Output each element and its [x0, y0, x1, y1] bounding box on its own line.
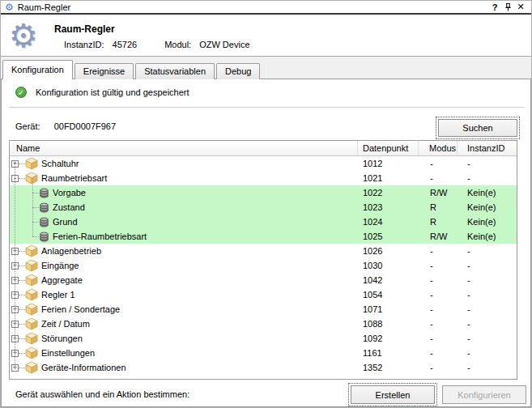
row-datenpunkt: 1352 — [358, 360, 419, 375]
tab-debug[interactable]: Debug — [216, 63, 260, 79]
row-label: Anlagenbetrieb — [41, 246, 101, 256]
header-divider — [1, 56, 531, 57]
row-instanzid: - — [458, 317, 517, 331]
row-modus: - — [419, 360, 458, 375]
column-header-instanzid[interactable]: InstanzID — [458, 141, 517, 155]
package-icon — [25, 346, 38, 359]
create-button[interactable]: Erstellen — [351, 385, 435, 404]
search-button[interactable]: Suchen — [438, 119, 517, 137]
tab-konfiguration[interactable]: Konfiguration — [2, 60, 73, 79]
tree-connector — [19, 295, 25, 295]
row-label: Einstellungen — [41, 348, 95, 358]
row-label: Aggregate — [41, 275, 83, 285]
tab-ereignisse[interactable]: Ereignisse — [74, 63, 134, 79]
row-datenpunkt: 1023 — [358, 200, 419, 215]
row-label: Zustand — [53, 202, 85, 212]
row-instanzid: - — [458, 244, 517, 258]
row-instanzid: - — [458, 258, 517, 273]
table-row[interactable]: +Regler 11054-- — [10, 287, 517, 302]
package-icon — [25, 288, 38, 301]
table-row[interactable]: Vorgabe1022R/WKein(e) — [10, 185, 517, 200]
table-row[interactable]: +Aggregate1042-- — [10, 273, 517, 287]
tree-connector — [19, 164, 25, 164]
column-header-modus[interactable]: Modus — [419, 141, 458, 155]
row-instanzid: - — [458, 302, 517, 317]
table-row[interactable]: +Geräte-Informationen1352-- — [10, 360, 517, 375]
row-label: Störungen — [41, 334, 83, 343]
check-circle-icon: ✓ — [15, 87, 27, 98]
device-gear-icon: ⚙ — [9, 18, 38, 53]
package-icon — [25, 259, 38, 272]
row-modus: - — [419, 331, 458, 346]
row-label: Raumbetriebsart — [41, 173, 107, 183]
package-icon — [25, 244, 38, 257]
window-title: Raum-Regler — [18, 2, 70, 12]
datapoint-icon — [39, 188, 49, 198]
table-header[interactable]: NameDatenpunktModusInstanzID — [10, 141, 517, 156]
row-modus: - — [419, 273, 458, 287]
pin-button[interactable] — [501, 2, 514, 13]
row-label: Schaltuhr — [41, 159, 79, 168]
table-row[interactable]: +Einstellungen1161-- — [10, 346, 517, 360]
page-title: Raum-Regler — [54, 23, 115, 35]
instanzid-value: 45726 — [113, 40, 138, 49]
row-label: Geräte-Informationen — [41, 363, 126, 372]
raum-regler-window: ⚙ Raum-Regler ? ✕ ⚙ Raum-Regler InstanzI… — [0, 0, 532, 408]
status-row: ✓ Konfiguration ist gültig und gespeiche… — [15, 87, 189, 98]
device-label: Gerät: — [15, 121, 40, 131]
table-row[interactable]: +Störungen1092-- — [10, 331, 517, 346]
row-label: Vorgabe — [53, 188, 86, 198]
tree-connector — [19, 338, 25, 339]
title-bar[interactable]: ⚙ Raum-Regler ? ✕ — [1, 1, 531, 15]
row-modus: R — [419, 200, 458, 215]
tree-connector — [19, 324, 25, 325]
row-datenpunkt: 1161 — [358, 346, 419, 360]
table-row[interactable]: Grund1024RKein(e) — [10, 215, 517, 229]
row-label: Grund — [53, 217, 78, 227]
table-row[interactable]: +Anlagenbetrieb1026-- — [10, 244, 517, 258]
configure-button[interactable]: Konfigurieren — [442, 385, 526, 404]
footer-instruction: Gerät auswählen und ein Aktion bestimmen… — [15, 389, 189, 399]
tree-connector — [19, 266, 25, 266]
row-datenpunkt: 1030 — [358, 258, 419, 273]
row-instanzid: - — [458, 331, 517, 346]
tree-root-guide-line — [15, 164, 15, 368]
column-header-name[interactable]: Name — [10, 141, 358, 155]
tree-connector — [32, 207, 39, 208]
tab-statusvariablen[interactable]: Statusvariablen — [135, 63, 215, 79]
column-header-datenpunkt[interactable]: Datenpunkt — [358, 141, 419, 155]
package-icon — [25, 361, 38, 374]
table-row[interactable]: +Schaltuhr1012-- — [10, 156, 517, 171]
tab-content-panel: ✓ Konfiguration ist gültig und gespeiche… — [1, 79, 531, 407]
table-row[interactable]: Zustand1023RKein(e) — [10, 200, 517, 215]
row-instanzid: - — [458, 273, 517, 287]
row-modus: - — [419, 171, 458, 185]
table-row[interactable]: +Zeit / Datum1088-- — [10, 317, 517, 331]
close-button[interactable]: ✕ — [514, 2, 527, 13]
row-label: Zeit / Datum — [41, 319, 90, 329]
modul-label: Modul: — [164, 40, 191, 49]
row-instanzid: - — [458, 287, 517, 302]
row-instanzid: Kein(e) — [458, 215, 517, 229]
tree-connector — [19, 368, 25, 368]
tree-connector — [19, 353, 25, 354]
table-row[interactable]: +Eingänge1030-- — [10, 258, 517, 273]
row-modus: R/W — [419, 229, 458, 244]
status-text: Konfiguration ist gültig und gespeichert — [36, 87, 189, 97]
table-row[interactable]: +Ferien / Sondertage1071-- — [10, 302, 517, 317]
table-row[interactable]: -Raumbetriebsart1021-- — [10, 171, 517, 185]
help-button[interactable]: ? — [488, 2, 501, 13]
package-icon — [25, 303, 38, 316]
tree-connector — [19, 178, 25, 179]
datapoint-tree-table[interactable]: NameDatenpunktModusInstanzID +Schaltuhr1… — [9, 140, 517, 380]
tree-connector — [32, 193, 39, 193]
package-icon — [25, 157, 38, 170]
row-modus: - — [419, 287, 458, 302]
row-label: Eingänge — [41, 261, 79, 270]
tree-connector — [32, 222, 39, 223]
device-id-value: 00FD0007F967 — [54, 121, 116, 131]
row-modus: - — [419, 244, 458, 258]
row-modus: R/W — [419, 185, 458, 200]
pin-icon — [504, 2, 512, 12]
table-row[interactable]: Ferien-Raumbetriebsart1025R/WKein(e) — [10, 229, 517, 244]
